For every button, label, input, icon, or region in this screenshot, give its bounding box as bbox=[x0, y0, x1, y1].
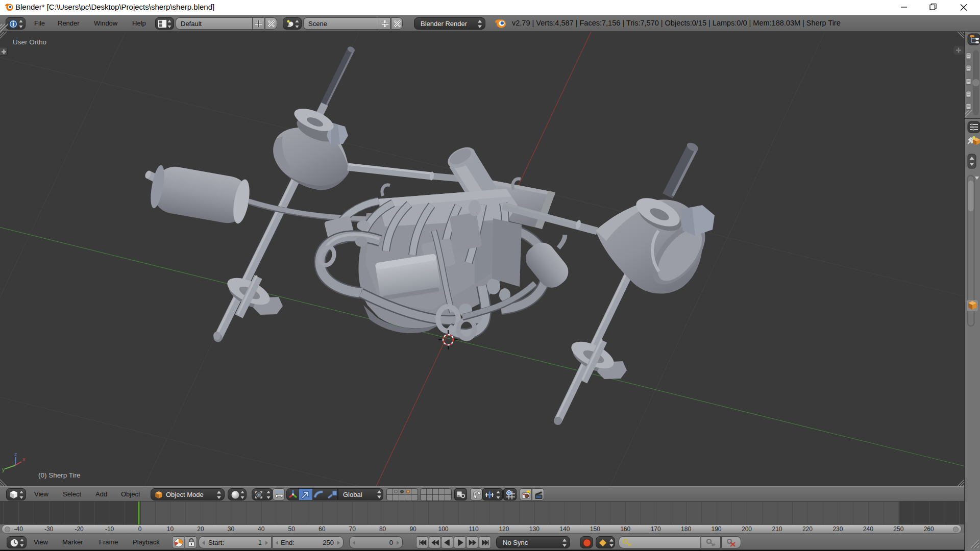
svg-text:y: y bbox=[2, 466, 5, 472]
svg-text:x: x bbox=[22, 456, 26, 462]
svg-text:z: z bbox=[14, 451, 17, 457]
